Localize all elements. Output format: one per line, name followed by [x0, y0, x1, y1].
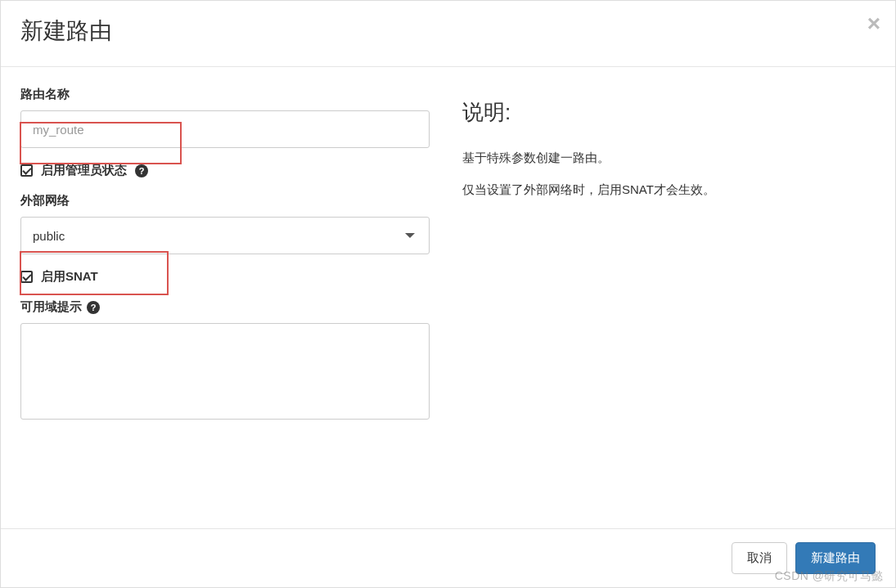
create-router-modal: 新建路由 × 路由名称 启用管理员状态 ? 外部网络 public — [0, 0, 896, 588]
help-icon[interactable]: ? — [87, 301, 100, 314]
submit-button[interactable]: 新建路由 — [795, 542, 876, 574]
availability-hint-label: 可用域提示 ? — [20, 299, 430, 315]
modal-body: 路由名称 启用管理员状态 ? 外部网络 public 启用SNAT — [1, 67, 895, 454]
availability-hint-group: 可用域提示 ? — [20, 299, 430, 420]
description-column: 说明: 基于特殊参数创建一路由。 仅当设置了外部网络时，启用SNAT才会生效。 — [462, 87, 876, 434]
checkbox-checked-icon — [20, 164, 33, 177]
modal-title: 新建路由 — [20, 16, 876, 47]
external-network-value: public — [33, 229, 65, 243]
router-name-label: 路由名称 — [20, 87, 430, 102]
form-column: 路由名称 启用管理员状态 ? 外部网络 public 启用SNAT — [20, 87, 430, 434]
close-icon: × — [867, 11, 880, 36]
description-line-2: 仅当设置了外部网络时，启用SNAT才会生效。 — [462, 173, 876, 205]
description-line-1: 基于特殊参数创建一路由。 — [462, 141, 876, 173]
close-button[interactable]: × — [867, 12, 880, 35]
modal-header: 新建路由 × — [1, 1, 895, 67]
enable-snat-label: 启用SNAT — [41, 269, 98, 285]
external-network-label: 外部网络 — [20, 193, 430, 209]
external-network-select-wrap: public — [20, 217, 430, 254]
router-name-group: 路由名称 — [20, 87, 430, 148]
admin-state-label: 启用管理员状态 — [41, 163, 127, 178]
enable-snat-checkbox-row[interactable]: 启用SNAT — [20, 269, 430, 285]
external-network-select[interactable]: public — [20, 217, 430, 254]
router-name-input[interactable] — [20, 110, 430, 148]
description-title: 说明: — [462, 98, 876, 127]
admin-state-checkbox-row[interactable]: 启用管理员状态 ? — [20, 163, 430, 178]
description-text: 基于特殊参数创建一路由。 仅当设置了外部网络时，启用SNAT才会生效。 — [462, 141, 876, 205]
availability-hint-listbox[interactable] — [20, 323, 430, 420]
external-network-group: 外部网络 public — [20, 193, 430, 254]
help-icon[interactable]: ? — [135, 164, 148, 177]
modal-footer: 取消 新建路由 — [1, 528, 895, 587]
checkbox-checked-icon — [20, 271, 33, 283]
cancel-button[interactable]: 取消 — [732, 542, 787, 574]
availability-hint-text: 可用域提示 — [20, 299, 82, 315]
